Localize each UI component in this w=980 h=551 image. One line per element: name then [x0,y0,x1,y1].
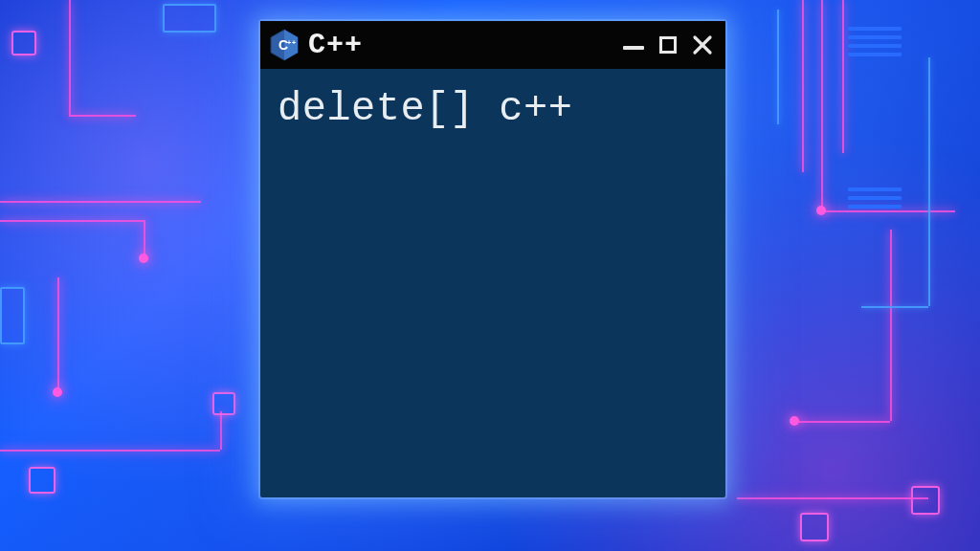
maximize-button[interactable] [657,33,679,56]
cpp-logo-icon: C + + [270,29,299,61]
svg-text:+: + [287,39,291,46]
maximize-icon [659,36,677,54]
svg-text:+: + [292,39,296,46]
terminal-window: C + + C++ delete[] c++ [260,21,725,497]
close-icon [692,34,713,55]
window-controls [622,33,714,56]
titlebar[interactable]: C + + C++ [260,21,725,69]
close-button[interactable] [691,33,714,56]
minimize-button[interactable] [622,33,645,56]
stage: C + + C++ delete[] c++ [0,0,980,551]
window-title: C++ [308,29,612,61]
terminal-content: delete[] c++ [260,69,725,149]
minimize-icon [623,46,644,50]
code-line: delete[] c++ [278,86,708,132]
